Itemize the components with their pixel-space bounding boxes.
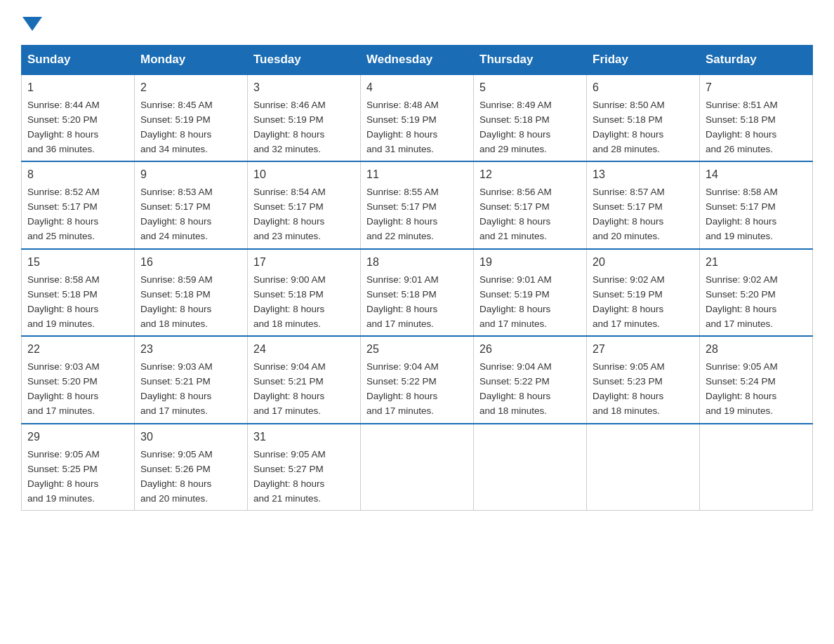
day-number: 9 bbox=[140, 166, 241, 184]
day-number: 11 bbox=[366, 166, 468, 184]
calendar-cell: 28Sunrise: 9:05 AMSunset: 5:24 PMDayligh… bbox=[700, 336, 813, 423]
calendar-week-row: 1Sunrise: 8:44 AMSunset: 5:20 PMDaylight… bbox=[22, 74, 813, 161]
calendar-week-row: 8Sunrise: 8:52 AMSunset: 5:17 PMDaylight… bbox=[22, 161, 813, 248]
calendar-header-friday: Friday bbox=[587, 46, 700, 75]
day-number: 6 bbox=[593, 79, 694, 97]
day-number: 30 bbox=[140, 429, 241, 446]
calendar-cell: 19Sunrise: 9:01 AMSunset: 5:19 PMDayligh… bbox=[474, 249, 587, 336]
day-number: 17 bbox=[253, 254, 355, 271]
calendar-header-wednesday: Wednesday bbox=[361, 46, 474, 75]
page-header bbox=[21, 14, 813, 31]
calendar-cell: 15Sunrise: 8:58 AMSunset: 5:18 PMDayligh… bbox=[22, 249, 135, 336]
day-number: 27 bbox=[593, 341, 694, 358]
calendar-cell: 5Sunrise: 8:49 AMSunset: 5:18 PMDaylight… bbox=[474, 74, 587, 161]
logo-triangle-icon bbox=[22, 17, 42, 31]
calendar-week-row: 29Sunrise: 9:05 AMSunset: 5:25 PMDayligh… bbox=[22, 424, 813, 511]
day-number: 19 bbox=[479, 254, 581, 271]
calendar-cell: 21Sunrise: 9:02 AMSunset: 5:20 PMDayligh… bbox=[700, 249, 813, 336]
calendar-cell: 4Sunrise: 8:48 AMSunset: 5:19 PMDaylight… bbox=[361, 74, 474, 161]
calendar-cell bbox=[474, 424, 587, 511]
day-number: 3 bbox=[253, 79, 355, 97]
calendar-cell: 24Sunrise: 9:04 AMSunset: 5:21 PMDayligh… bbox=[248, 336, 361, 423]
calendar-cell: 20Sunrise: 9:02 AMSunset: 5:19 PMDayligh… bbox=[587, 249, 700, 336]
calendar-cell: 17Sunrise: 9:00 AMSunset: 5:18 PMDayligh… bbox=[248, 249, 361, 336]
day-number: 13 bbox=[593, 166, 694, 184]
calendar-cell bbox=[361, 424, 474, 511]
calendar-table: SundayMondayTuesdayWednesdayThursdayFrid… bbox=[21, 45, 813, 511]
day-number: 5 bbox=[479, 79, 581, 97]
calendar-cell: 27Sunrise: 9:05 AMSunset: 5:23 PMDayligh… bbox=[587, 336, 700, 423]
day-number: 14 bbox=[706, 166, 807, 184]
calendar-header-thursday: Thursday bbox=[474, 46, 587, 75]
day-number: 28 bbox=[706, 341, 807, 358]
day-number: 2 bbox=[140, 79, 241, 97]
calendar-cell: 8Sunrise: 8:52 AMSunset: 5:17 PMDaylight… bbox=[22, 161, 135, 248]
day-number: 26 bbox=[479, 341, 581, 358]
day-number: 16 bbox=[140, 254, 241, 271]
day-number: 24 bbox=[253, 341, 355, 358]
day-number: 4 bbox=[366, 79, 468, 97]
day-number: 7 bbox=[706, 79, 807, 97]
day-number: 23 bbox=[140, 341, 241, 358]
calendar-cell: 13Sunrise: 8:57 AMSunset: 5:17 PMDayligh… bbox=[587, 161, 700, 248]
calendar-cell: 30Sunrise: 9:05 AMSunset: 5:26 PMDayligh… bbox=[135, 424, 248, 511]
calendar-cell: 7Sunrise: 8:51 AMSunset: 5:18 PMDaylight… bbox=[700, 74, 813, 161]
calendar-cell: 1Sunrise: 8:44 AMSunset: 5:20 PMDaylight… bbox=[22, 74, 135, 161]
calendar-cell: 22Sunrise: 9:03 AMSunset: 5:20 PMDayligh… bbox=[22, 336, 135, 423]
calendar-cell: 12Sunrise: 8:56 AMSunset: 5:17 PMDayligh… bbox=[474, 161, 587, 248]
calendar-header-sunday: Sunday bbox=[22, 46, 135, 75]
calendar-cell: 14Sunrise: 8:58 AMSunset: 5:17 PMDayligh… bbox=[700, 161, 813, 248]
calendar-cell: 16Sunrise: 8:59 AMSunset: 5:18 PMDayligh… bbox=[135, 249, 248, 336]
calendar-header-tuesday: Tuesday bbox=[248, 46, 361, 75]
day-number: 31 bbox=[253, 429, 355, 446]
calendar-header-row: SundayMondayTuesdayWednesdayThursdayFrid… bbox=[22, 46, 813, 75]
calendar-cell: 6Sunrise: 8:50 AMSunset: 5:18 PMDaylight… bbox=[587, 74, 700, 161]
day-number: 12 bbox=[479, 166, 581, 184]
day-number: 20 bbox=[593, 254, 694, 271]
calendar-cell: 25Sunrise: 9:04 AMSunset: 5:22 PMDayligh… bbox=[361, 336, 474, 423]
calendar-cell: 31Sunrise: 9:05 AMSunset: 5:27 PMDayligh… bbox=[248, 424, 361, 511]
calendar-cell: 23Sunrise: 9:03 AMSunset: 5:21 PMDayligh… bbox=[135, 336, 248, 423]
logo bbox=[21, 14, 42, 31]
day-number: 8 bbox=[27, 166, 128, 184]
day-number: 22 bbox=[27, 341, 128, 358]
calendar-cell: 11Sunrise: 8:55 AMSunset: 5:17 PMDayligh… bbox=[361, 161, 474, 248]
calendar-cell: 26Sunrise: 9:04 AMSunset: 5:22 PMDayligh… bbox=[474, 336, 587, 423]
calendar-cell: 3Sunrise: 8:46 AMSunset: 5:19 PMDaylight… bbox=[248, 74, 361, 161]
calendar-cell bbox=[587, 424, 700, 511]
day-number: 21 bbox=[706, 254, 807, 271]
calendar-cell: 2Sunrise: 8:45 AMSunset: 5:19 PMDaylight… bbox=[135, 74, 248, 161]
day-number: 15 bbox=[27, 254, 128, 271]
calendar-header-monday: Monday bbox=[135, 46, 248, 75]
day-number: 1 bbox=[27, 79, 128, 97]
calendar-cell: 18Sunrise: 9:01 AMSunset: 5:18 PMDayligh… bbox=[361, 249, 474, 336]
calendar-week-row: 22Sunrise: 9:03 AMSunset: 5:20 PMDayligh… bbox=[22, 336, 813, 423]
day-number: 10 bbox=[253, 166, 355, 184]
calendar-header-saturday: Saturday bbox=[700, 46, 813, 75]
calendar-cell: 10Sunrise: 8:54 AMSunset: 5:17 PMDayligh… bbox=[248, 161, 361, 248]
day-number: 25 bbox=[366, 341, 468, 358]
calendar-week-row: 15Sunrise: 8:58 AMSunset: 5:18 PMDayligh… bbox=[22, 249, 813, 336]
calendar-cell: 29Sunrise: 9:05 AMSunset: 5:25 PMDayligh… bbox=[22, 424, 135, 511]
calendar-cell: 9Sunrise: 8:53 AMSunset: 5:17 PMDaylight… bbox=[135, 161, 248, 248]
day-number: 18 bbox=[366, 254, 468, 271]
calendar-cell bbox=[700, 424, 813, 511]
day-number: 29 bbox=[27, 429, 128, 446]
